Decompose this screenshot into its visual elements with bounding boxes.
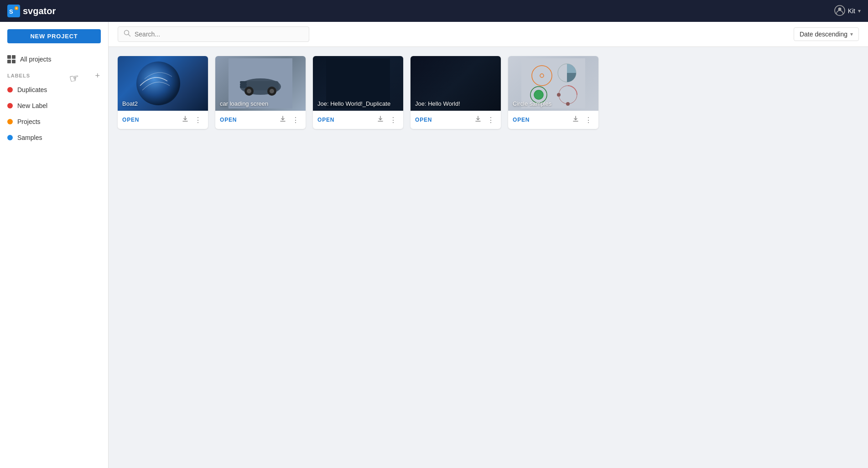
sort-chevron-icon: ▾: [850, 31, 853, 37]
chevron-down-icon: ▾: [858, 8, 861, 14]
toolbar: Date descending ▾: [109, 22, 868, 47]
project-card-boat2: Boat2 OPEN ⋮: [118, 56, 208, 129]
sidebar-item-new-label[interactable]: New Label ⋮: [0, 98, 108, 113]
download-button-hello[interactable]: [473, 114, 483, 125]
label-dot-new-label: [7, 103, 13, 108]
card-actions-hello-dup: ⋮: [375, 114, 399, 125]
label-name-projects: Projects: [17, 118, 92, 125]
sidebar-item-all-projects[interactable]: All projects: [0, 51, 108, 68]
card-footer-boat2: OPEN ⋮: [118, 111, 208, 129]
svg-point-25: [534, 90, 543, 99]
svg-point-3: [16, 7, 17, 9]
logo-icon: S: [7, 5, 20, 17]
card-preview-circle: Circle samples: [508, 56, 598, 111]
download-button-hello-dup[interactable]: [375, 114, 386, 125]
open-button-hello[interactable]: OPEN: [415, 117, 432, 123]
card-footer-circle: OPEN ⋮: [508, 111, 598, 129]
more-button-hello[interactable]: ⋮: [485, 115, 496, 125]
projects-area: Boat2 OPEN ⋮: [109, 47, 868, 468]
logo: S svgator: [7, 5, 56, 17]
search-input[interactable]: [135, 31, 303, 38]
card-title-boat2: Boat2: [122, 100, 203, 107]
user-name: Kit: [848, 7, 855, 15]
user-menu[interactable]: Kit ▾: [834, 5, 861, 17]
more-button-circle[interactable]: ⋮: [583, 115, 594, 125]
label-name-duplicates: Duplicates: [17, 86, 92, 93]
download-button-circle[interactable]: [570, 114, 581, 125]
project-card-car-loading: car loading screen OPEN ⋮: [215, 56, 306, 129]
main-content: Date descending ▾: [109, 22, 868, 468]
more-button-boat2[interactable]: ⋮: [192, 115, 203, 125]
add-label-button[interactable]: +: [94, 72, 101, 80]
svg-rect-18: [240, 81, 247, 83]
card-preview-hello-dup: Joe: Hello World!_Duplicate: [313, 56, 403, 111]
card-title-circle: Circle samples: [513, 100, 594, 107]
download-button-boat2[interactable]: [180, 114, 191, 125]
search-icon: [124, 30, 131, 39]
user-avatar-icon: [834, 5, 845, 17]
card-actions-car: ⋮: [277, 114, 301, 125]
open-button-circle[interactable]: OPEN: [513, 117, 530, 123]
sidebar-item-duplicates[interactable]: Duplicates ⋮: [0, 82, 108, 98]
open-button-boat2[interactable]: OPEN: [122, 117, 139, 123]
label-dot-duplicates: [7, 87, 13, 93]
card-footer-hello: OPEN ⋮: [411, 111, 501, 129]
label-dot-projects: [7, 119, 13, 124]
card-actions-boat2: ⋮: [180, 114, 203, 125]
sort-label: Date descending: [800, 31, 847, 38]
svg-line-7: [129, 35, 130, 36]
sidebar-item-projects[interactable]: Projects ⋮: [0, 113, 108, 129]
more-button-car[interactable]: ⋮: [290, 115, 301, 125]
card-footer-hello-dup: OPEN ⋮: [313, 111, 403, 129]
card-footer-car: OPEN ⋮: [215, 111, 306, 129]
label-name-new-label: New Label: [17, 102, 92, 109]
labels-title: LABELS: [7, 73, 30, 78]
svg-rect-16: [240, 86, 247, 88]
project-card-hello: Joe: Hello World! OPEN ⋮: [411, 56, 501, 129]
navbar: S svgator Kit ▾: [0, 0, 868, 22]
project-card-circle: Circle samples OPEN ⋮: [508, 56, 598, 129]
card-title-hello-dup: Joe: Hello World!_Duplicate: [317, 100, 399, 107]
svg-text:S: S: [9, 8, 13, 15]
grid-icon: [7, 55, 16, 63]
sort-dropdown[interactable]: Date descending ▾: [794, 27, 859, 41]
open-button-car[interactable]: OPEN: [220, 117, 237, 123]
projects-grid: Boat2 OPEN ⋮: [118, 56, 859, 129]
logo-text: svgator: [23, 6, 56, 16]
svg-point-15: [270, 89, 274, 93]
open-button-hello-dup[interactable]: OPEN: [317, 117, 334, 123]
all-projects-label: All projects: [20, 56, 51, 63]
search-box: [118, 26, 309, 42]
card-title-car: car loading screen: [220, 100, 301, 107]
card-title-hello: Joe: Hello World!: [415, 100, 496, 107]
card-preview-hello: Joe: Hello World!: [411, 56, 501, 111]
sidebar: NEW PROJECT All projects LABELS + Duplic…: [0, 22, 109, 468]
card-preview-car: car loading screen: [215, 56, 306, 111]
label-dot-samples: [7, 135, 13, 140]
more-button-hello-dup[interactable]: ⋮: [388, 115, 399, 125]
layout: NEW PROJECT All projects LABELS + Duplic…: [0, 22, 868, 468]
download-button-car[interactable]: [277, 114, 288, 125]
new-project-button[interactable]: NEW PROJECT: [7, 29, 101, 43]
labels-header: LABELS +: [0, 68, 108, 82]
sidebar-item-samples[interactable]: Samples ⋮: [0, 129, 108, 145]
card-actions-circle: ⋮: [570, 114, 594, 125]
card-actions-hello: ⋮: [473, 114, 496, 125]
svg-point-28: [557, 93, 561, 97]
project-card-hello-dup: Joe: Hello World!_Duplicate OPEN ⋮: [313, 56, 403, 129]
card-preview-boat2: Boat2: [118, 56, 208, 111]
label-name-samples: Samples: [17, 134, 92, 141]
svg-rect-17: [240, 83, 247, 86]
svg-point-13: [247, 89, 251, 93]
